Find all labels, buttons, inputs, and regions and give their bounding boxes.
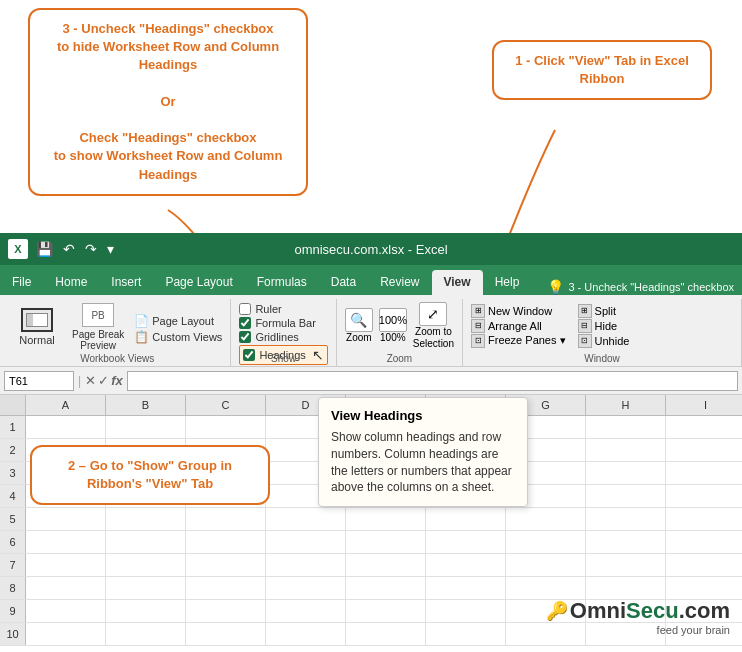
col-header-C: C	[186, 395, 266, 415]
split-button[interactable]: ⊞ Split	[578, 304, 630, 318]
freeze-panes-button[interactable]: ⊡ Freeze Panes ▾	[471, 334, 566, 348]
undo-button[interactable]: ↶	[61, 239, 77, 259]
cell[interactable]	[186, 531, 266, 553]
cell[interactable]	[266, 554, 346, 576]
name-box[interactable]	[4, 371, 74, 391]
cell[interactable]	[26, 531, 106, 553]
qat-dropdown[interactable]: ▾	[105, 239, 116, 259]
cell[interactable]	[586, 462, 666, 484]
cell[interactable]	[426, 600, 506, 622]
tab-home[interactable]: Home	[43, 270, 99, 295]
cell[interactable]	[586, 508, 666, 530]
cell[interactable]	[106, 508, 186, 530]
page-break-preview-button[interactable]: PB Page BreakPreview	[66, 301, 130, 353]
tab-data[interactable]: Data	[319, 270, 368, 295]
ruler-checkbox[interactable]	[239, 303, 251, 315]
cell[interactable]	[586, 577, 666, 599]
gridlines-checkbox[interactable]	[239, 331, 251, 343]
tooltip-text: Show column headings and row numbers. Co…	[331, 429, 515, 496]
cell[interactable]	[426, 531, 506, 553]
cell[interactable]	[346, 577, 426, 599]
cell[interactable]	[586, 554, 666, 576]
zoom-to-selection-button[interactable]: ⤢ Zoom toSelection	[413, 302, 454, 350]
formula-input[interactable]	[127, 371, 738, 391]
cell[interactable]	[586, 485, 666, 507]
cell[interactable]	[346, 508, 426, 530]
cell[interactable]	[346, 554, 426, 576]
cell[interactable]	[346, 623, 426, 645]
cell[interactable]	[186, 623, 266, 645]
cell[interactable]	[426, 577, 506, 599]
confirm-formula-icon[interactable]: ✓	[98, 373, 109, 388]
cell[interactable]	[666, 462, 742, 484]
cell[interactable]	[26, 416, 106, 438]
cell[interactable]	[506, 508, 586, 530]
cell[interactable]	[106, 554, 186, 576]
cell[interactable]	[666, 554, 742, 576]
spreadsheet: A B C D E F G H I J K 12345678910 View H…	[0, 395, 742, 646]
cell[interactable]	[666, 439, 742, 461]
cell[interactable]	[186, 508, 266, 530]
cell[interactable]	[426, 508, 506, 530]
tab-formulas[interactable]: Formulas	[245, 270, 319, 295]
cell[interactable]	[266, 600, 346, 622]
cell[interactable]	[106, 416, 186, 438]
row-header-9: 9	[0, 600, 26, 622]
cell[interactable]	[666, 508, 742, 530]
tooltip-title: View Headings	[331, 408, 515, 423]
cell[interactable]	[506, 531, 586, 553]
zoom-button[interactable]: 🔍 Zoom	[345, 308, 373, 343]
cell[interactable]	[106, 531, 186, 553]
redo-button[interactable]: ↷	[83, 239, 99, 259]
zoom-100-button[interactable]: 100% 100%	[379, 308, 407, 343]
tab-review[interactable]: Review	[368, 270, 431, 295]
cell[interactable]	[586, 439, 666, 461]
cell[interactable]	[506, 577, 586, 599]
cell[interactable]	[26, 508, 106, 530]
cell[interactable]	[26, 623, 106, 645]
formula-bar-checkbox[interactable]	[239, 317, 251, 329]
tab-help[interactable]: Help	[483, 270, 532, 295]
tab-file[interactable]: File	[0, 270, 43, 295]
cell[interactable]	[26, 554, 106, 576]
cell[interactable]	[266, 508, 346, 530]
arrange-all-button[interactable]: ⊟ Arrange All	[471, 319, 566, 333]
cell[interactable]	[586, 531, 666, 553]
cell[interactable]	[186, 577, 266, 599]
tab-help-area: 💡 3 - Uncheck "Headings" checkbox	[547, 279, 742, 295]
hide-button[interactable]: ⊟ Hide	[578, 319, 630, 333]
lightbulb-icon: 💡	[547, 279, 564, 295]
cell[interactable]	[26, 600, 106, 622]
cell[interactable]	[266, 577, 346, 599]
cell[interactable]	[666, 485, 742, 507]
cancel-formula-icon[interactable]: ✕	[85, 373, 96, 388]
cell[interactable]	[346, 531, 426, 553]
cell[interactable]	[346, 600, 426, 622]
row-header-2: 2	[0, 439, 26, 461]
tab-page-layout[interactable]: Page Layout	[153, 270, 244, 295]
cell[interactable]	[426, 623, 506, 645]
cell[interactable]	[666, 577, 742, 599]
tab-view[interactable]: View	[432, 270, 483, 295]
cell[interactable]	[666, 531, 742, 553]
cell[interactable]	[266, 531, 346, 553]
cell[interactable]	[106, 600, 186, 622]
page-layout-button[interactable]: 📄 Page Layout 📋 Custom Views	[134, 310, 222, 344]
cell[interactable]	[26, 577, 106, 599]
cell[interactable]	[186, 554, 266, 576]
tab-insert[interactable]: Insert	[99, 270, 153, 295]
cell[interactable]	[666, 416, 742, 438]
cell[interactable]	[186, 600, 266, 622]
cell[interactable]	[106, 623, 186, 645]
cell[interactable]	[426, 554, 506, 576]
normal-view-button[interactable]: Normal	[12, 306, 62, 348]
cell[interactable]	[506, 554, 586, 576]
cell[interactable]	[266, 623, 346, 645]
new-window-button[interactable]: ⊞ New Window	[471, 304, 566, 318]
save-button[interactable]: 💾	[34, 239, 55, 259]
insert-function-icon[interactable]: fx	[111, 373, 123, 388]
cell[interactable]	[106, 577, 186, 599]
unhide-button[interactable]: ⊡ Unhide	[578, 334, 630, 348]
cell[interactable]	[186, 416, 266, 438]
cell[interactable]	[586, 416, 666, 438]
